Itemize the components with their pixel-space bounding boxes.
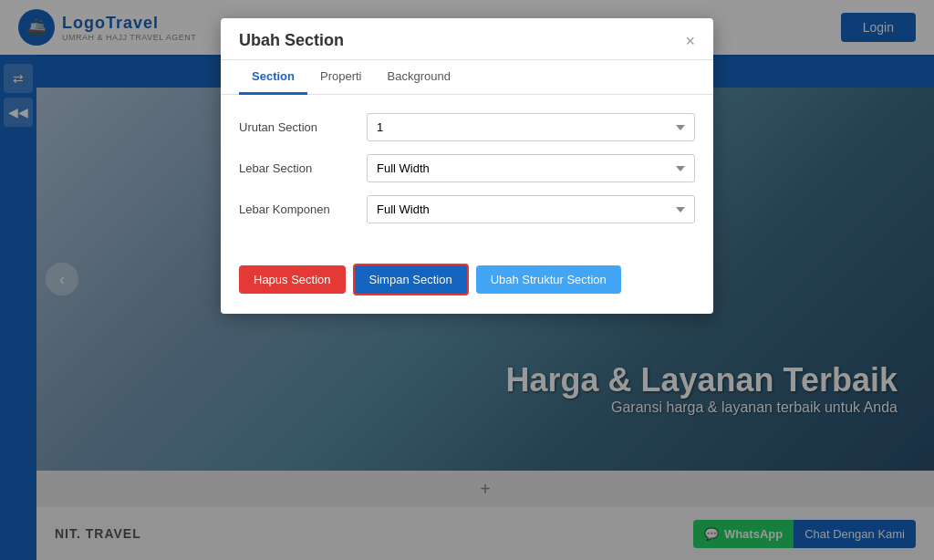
tab-properti[interactable]: Properti bbox=[307, 60, 375, 95]
urutan-select[interactable]: 1 2 3 bbox=[367, 113, 695, 141]
urutan-label: Urutan Section bbox=[239, 120, 367, 134]
modal-body: Urutan Section 1 2 3 Lebar Section Full … bbox=[221, 95, 713, 254]
modal-header: Ubah Section × bbox=[221, 18, 713, 60]
lebar-section-select[interactable]: Full Width Container bbox=[367, 154, 695, 182]
hapus-section-button[interactable]: Hapus Section bbox=[239, 265, 346, 294]
lebar-section-label: Lebar Section bbox=[239, 161, 367, 175]
ubah-struktur-button[interactable]: Ubah Struktur Section bbox=[476, 265, 621, 294]
modal-actions: Hapus Section Simpan Section Ubah Strukt… bbox=[221, 254, 713, 314]
lebar-section-row: Lebar Section Full Width Container bbox=[239, 154, 695, 182]
urutan-section-row: Urutan Section 1 2 3 bbox=[239, 113, 695, 141]
simpan-section-button[interactable]: Simpan Section bbox=[353, 264, 469, 296]
modal-tabs: Section Properti Background bbox=[221, 60, 713, 95]
tab-section[interactable]: Section bbox=[239, 60, 307, 95]
modal-close-button[interactable]: × bbox=[685, 33, 695, 49]
lebar-komponen-row: Lebar Komponen Full Width Container bbox=[239, 195, 695, 223]
lebar-komponen-select[interactable]: Full Width Container bbox=[367, 195, 695, 223]
lebar-komponen-label: Lebar Komponen bbox=[239, 202, 367, 216]
tab-background[interactable]: Background bbox=[375, 60, 463, 95]
modal-title: Ubah Section bbox=[239, 31, 344, 50]
ubah-section-modal: Ubah Section × Section Properti Backgrou… bbox=[221, 18, 713, 314]
